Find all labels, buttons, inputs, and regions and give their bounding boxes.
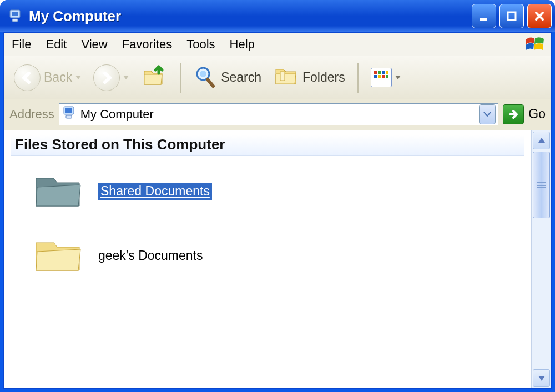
menu-bar: File Edit View Favorites Tools Help — [4, 33, 551, 56]
views-button[interactable] — [366, 62, 405, 94]
svg-rect-10 — [386, 71, 389, 74]
views-icon — [371, 68, 392, 87]
folders-label: Folders — [302, 70, 345, 85]
windows-logo-icon — [518, 33, 551, 56]
content-pane[interactable]: Files Stored on This Computer Shared Doc… — [4, 130, 531, 388]
folder-up-icon — [141, 63, 168, 92]
svg-rect-7 — [374, 71, 377, 74]
close-button[interactable] — [527, 4, 552, 28]
up-button[interactable] — [137, 62, 172, 94]
scroll-thumb[interactable] — [533, 152, 550, 218]
folder-item-user-documents[interactable]: geek's Documents — [33, 236, 516, 275]
folder-label: geek's Documents — [98, 248, 203, 263]
window-title: My Computer — [29, 8, 472, 25]
window-frame: My Computer File Edit View Favorites Too… — [0, 0, 555, 392]
toolbar-separator-2 — [357, 63, 359, 93]
back-button[interactable]: Back — [9, 62, 85, 94]
menu-file[interactable]: File — [12, 37, 31, 52]
menu-help[interactable]: Help — [230, 37, 255, 52]
menu-tools[interactable]: Tools — [186, 37, 215, 52]
svg-rect-12 — [378, 75, 381, 78]
title-bar[interactable]: My Computer — [0, 0, 555, 32]
window-controls — [472, 4, 552, 28]
client-area: File Edit View Favorites Tools Help — [3, 32, 552, 389]
svg-rect-9 — [382, 71, 385, 74]
vertical-scrollbar[interactable] — [531, 130, 551, 388]
svg-rect-14 — [386, 75, 389, 78]
svg-rect-4 — [508, 12, 516, 20]
maximize-button[interactable] — [500, 4, 524, 28]
forward-arrow-icon — [93, 64, 120, 91]
folder-icon — [33, 236, 85, 275]
menu-edit[interactable]: Edit — [46, 37, 67, 52]
folders-icon — [274, 64, 299, 91]
views-dropdown-icon[interactable] — [395, 76, 401, 79]
scroll-down-button[interactable] — [533, 369, 550, 387]
search-icon — [193, 64, 218, 91]
folder-icon — [33, 172, 85, 210]
svg-rect-11 — [374, 75, 377, 78]
my-computer-icon — [8, 8, 23, 24]
scroll-up-button[interactable] — [533, 132, 550, 149]
svg-rect-16 — [65, 108, 72, 113]
go-label: Go — [528, 107, 546, 122]
menu-view[interactable]: View — [81, 37, 107, 52]
folder-label: Shared Documents — [98, 183, 212, 200]
forward-button[interactable] — [89, 62, 133, 94]
minimize-button[interactable] — [472, 4, 496, 28]
address-value: My Computer — [80, 107, 154, 122]
svg-rect-13 — [382, 75, 385, 78]
back-dropdown-icon[interactable] — [75, 76, 81, 79]
forward-dropdown-icon[interactable] — [123, 76, 129, 79]
toolbar-separator — [180, 63, 181, 93]
svg-rect-3 — [480, 18, 487, 21]
address-field[interactable]: My Computer — [59, 103, 499, 125]
menu-favorites[interactable]: Favorites — [122, 37, 172, 52]
content-pane-wrap: Files Stored on This Computer Shared Doc… — [4, 130, 551, 388]
address-bar: Address My Computer — [4, 99, 551, 129]
svg-rect-8 — [378, 71, 381, 74]
search-button[interactable]: Search — [189, 62, 266, 94]
address-dropdown-button[interactable] — [479, 104, 496, 124]
back-arrow-icon — [14, 64, 41, 91]
svg-rect-2 — [12, 19, 18, 22]
go-arrow-icon — [503, 104, 524, 124]
section-header: Files Stored on This Computer — [11, 135, 524, 156]
folder-item-shared-documents[interactable]: Shared Documents — [33, 172, 516, 210]
go-button[interactable]: Go — [503, 104, 546, 124]
svg-point-6 — [200, 71, 206, 77]
navigation-toolbar: Back — [4, 56, 551, 99]
svg-rect-17 — [66, 115, 72, 118]
search-label: Search — [221, 70, 261, 85]
back-label: Back — [44, 70, 72, 85]
svg-rect-1 — [12, 12, 18, 16]
address-label: Address — [9, 107, 54, 122]
computer-icon — [62, 105, 77, 124]
folders-button[interactable]: Folders — [269, 62, 350, 94]
